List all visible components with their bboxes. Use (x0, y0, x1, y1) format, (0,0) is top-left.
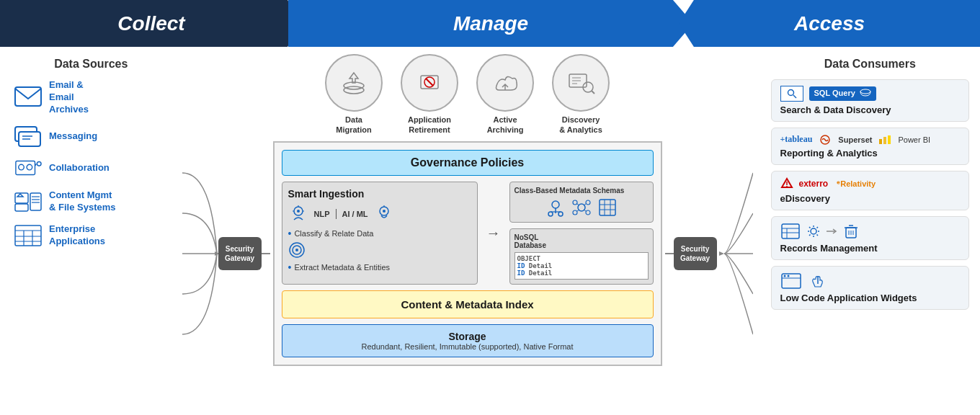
data-consumers-title: Data Consumers (771, 58, 969, 71)
svg-marker-11 (17, 194, 23, 197)
ediscovery-top: exterro ᵉRelativity (780, 177, 960, 190)
svg-point-69 (860, 89, 870, 94)
lowcode-label: Low Code Application Widgets (780, 293, 960, 303)
reporting-label: Reporting & Analytics (780, 148, 960, 159)
relativity-label: ᵉRelativity (837, 179, 876, 189)
security-gateway-left: SecurityGateway (218, 237, 262, 270)
records-label: Records Management (780, 243, 960, 254)
collaboration-label: Collaboration (49, 162, 110, 174)
list-item: Content Mgmt& File Systems (14, 189, 168, 214)
search-item: SQL Query Search & Data Discovery (771, 79, 969, 122)
header: Collect Manage Access (0, 0, 980, 47)
svg-point-49 (558, 212, 563, 216)
extract-item: • Extract Metadata & Entities (288, 262, 471, 273)
powerbi-icon (878, 135, 892, 145)
content-mgmt-label: Content Mgmt& File Systems (49, 189, 116, 214)
nosql-title: NoSQLDatabase (514, 233, 649, 249)
records-icon (780, 223, 801, 240)
svg-rect-17 (15, 226, 41, 246)
content-index-bar: Content & Metadata Index (282, 290, 654, 318)
svg-rect-72 (883, 137, 886, 144)
data-migration-label: DataMigration (336, 115, 372, 135)
svg-point-8 (37, 161, 41, 166)
lowcode-top (780, 272, 960, 290)
security-gateway-right: SecurityGateway (674, 237, 717, 270)
reporting-item: +tableau Superset Power BI Reporting & A… (771, 128, 969, 165)
list-item: Messaging (14, 126, 168, 148)
active-archiving-circle (476, 54, 534, 112)
search-top: SQL Query (780, 86, 960, 102)
active-archiving-icon (491, 70, 520, 96)
svg-point-91 (783, 275, 785, 277)
content-mgmt-icon (14, 191, 42, 213)
svg-point-45 (295, 249, 298, 251)
app-retirement-circle (401, 54, 458, 112)
middle-row: Smart Ingestion NLP (282, 182, 654, 285)
smart-ingestion-title: Smart Ingestion (288, 188, 471, 200)
aiml-label: AI / ML (342, 210, 368, 218)
collaboration-icon (14, 158, 42, 179)
divider (336, 209, 337, 219)
svg-rect-71 (879, 139, 882, 144)
bubble-data-migration: DataMigration (320, 54, 388, 135)
icons-row (288, 241, 471, 259)
discovery-analytics-label: Discovery& Analytics (559, 115, 602, 135)
header-collect: Collect (0, 0, 303, 47)
left-panel: Data Sources Email &EmailArchives Messag… (0, 54, 175, 408)
arrow-right-icon (827, 228, 838, 235)
smart-ingestion-box: Smart Ingestion NLP (282, 182, 478, 285)
sg-left-connector (262, 253, 270, 254)
sg-right-connector-left (665, 253, 674, 254)
svg-point-76 (786, 186, 788, 187)
db-column: Class-Based Metadata Schemas (509, 182, 654, 285)
svg-point-36 (297, 210, 300, 213)
records-top (780, 223, 960, 240)
arrow-right: → (484, 182, 504, 285)
list-item: EnterpriseApplications (14, 223, 168, 248)
search-input-wrapper[interactable] (780, 86, 803, 102)
target-icon (288, 241, 306, 259)
manage-title: Manage (453, 12, 528, 35)
bubbles-row: DataMigration ApplicationRetirement (320, 54, 615, 135)
messaging-icon (14, 126, 42, 148)
svg-point-92 (787, 275, 789, 277)
governance-bar: Governance Policies (282, 150, 654, 176)
superset-label: Superset (838, 135, 872, 144)
bubble-app-retirement: ApplicationRetirement (396, 54, 464, 135)
svg-point-56 (586, 210, 590, 215)
svg-point-54 (586, 200, 590, 205)
svg-rect-13 (30, 193, 41, 210)
svg-point-7 (27, 164, 32, 170)
svg-point-41 (383, 210, 386, 213)
bubble-discovery-analytics: Discovery& Analytics (547, 54, 615, 135)
app-retirement-label: ApplicationRetirement (408, 115, 451, 135)
aiml-icon (374, 204, 394, 224)
reporting-top: +tableau Superset Power BI (780, 134, 960, 145)
data-migration-circle (325, 54, 383, 112)
svg-point-81 (811, 228, 816, 234)
email-label: Email &EmailArchives (49, 79, 89, 116)
svg-marker-66 (719, 251, 724, 256)
data-migration-icon (341, 70, 367, 96)
storage-title: Storage (288, 331, 647, 342)
collect-title: Collect (117, 12, 184, 35)
nlp-icon (288, 204, 308, 224)
ediscovery-item: exterro ᵉRelativity eDiscovery (771, 171, 969, 210)
svg-point-53 (573, 200, 577, 205)
records-item: Records Management (771, 216, 969, 260)
enterprise-icon (14, 225, 42, 246)
settings-icon (806, 224, 821, 238)
list-item: Email &EmailArchives (14, 79, 168, 116)
nosql-box: NoSQLDatabase OBJECT ID Detail ID Detail (509, 228, 654, 285)
nosql-detail: OBJECT ID Detail ID Detail (514, 252, 649, 280)
discovery-analytics-circle (552, 54, 610, 112)
nlp-label: NLP (314, 210, 330, 218)
svg-point-23 (344, 86, 364, 94)
header-access: Access (679, 0, 980, 47)
svg-line-68 (793, 95, 796, 98)
active-archiving-label: ActiveArchiving (487, 115, 524, 135)
storage-bar: Storage Redundant, Resilient, Immutable … (282, 324, 654, 357)
powerbi-label: Power BI (898, 135, 930, 144)
data-sources-title: Data Sources (14, 58, 168, 71)
class-meta-icon1 (545, 197, 566, 218)
